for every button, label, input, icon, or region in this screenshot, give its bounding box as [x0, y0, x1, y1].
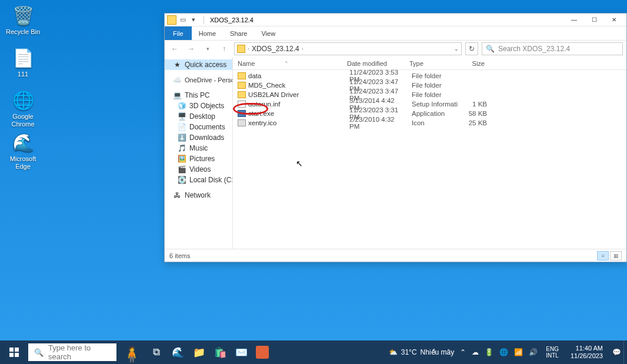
- file-row[interactable]: xentry.ico2/23/2010 4:32 PMIcon25 KB: [233, 118, 626, 128]
- nav-pane: ★Quick access ☁️OneDrive - Personal 💻Thi…: [165, 57, 233, 249]
- folder-icon: 💽: [178, 176, 186, 184]
- ribbon-file[interactable]: File: [165, 26, 192, 40]
- separator: [204, 16, 204, 24]
- file-row[interactable]: autorun.inf3/13/2014 4:42 PMSetup Inform…: [233, 99, 626, 109]
- maximize-button[interactable]: ☐: [584, 14, 604, 26]
- taskbar-app[interactable]: [252, 340, 273, 364]
- clock-time: 11:40 AM: [571, 345, 603, 352]
- sidebar-item-label: Pictures: [189, 155, 215, 163]
- ribbon-share[interactable]: Share: [223, 26, 254, 40]
- notifications-button[interactable]: 💬: [612, 348, 621, 356]
- forward-button[interactable]: →: [185, 42, 198, 55]
- ribbon-view[interactable]: View: [254, 26, 282, 40]
- sidebar-item-label: Network: [185, 191, 211, 199]
- language-indicator[interactable]: ENG INTL: [543, 346, 561, 359]
- sidebar-onedrive[interactable]: ☁️OneDrive - Personal: [165, 75, 232, 85]
- file-explorer-window: ▭ ▾ XDOS_23.12.4 — ☐ ✕ File Home Share V…: [164, 13, 627, 262]
- tray-network-icon[interactable]: 🌐: [499, 348, 508, 356]
- clock[interactable]: 11:40 AM 11/26/2023: [567, 345, 606, 360]
- sidebar-this-pc[interactable]: 💻This PC: [165, 90, 232, 101]
- sidebar-item[interactable]: 💽Local Disk (C:): [165, 175, 232, 185]
- sidebar-item[interactable]: 🖼️Pictures: [165, 153, 232, 164]
- taskbar-mail[interactable]: ✉️: [231, 340, 252, 364]
- taskbar-search[interactable]: 🔍 Type here to search: [28, 343, 116, 361]
- sidebar-item[interactable]: 🎬Videos: [165, 164, 232, 175]
- show-desktop-button[interactable]: [623, 340, 627, 364]
- taskbar-explorer[interactable]: 📁: [188, 340, 209, 364]
- back-button[interactable]: ←: [168, 42, 181, 55]
- titlebar[interactable]: ▭ ▾ XDOS_23.12.4 — ☐ ✕: [165, 14, 626, 26]
- file-type: Application: [407, 110, 458, 117]
- folder-icon: [238, 91, 246, 98]
- folder-icon: 🧊: [178, 102, 186, 110]
- search-input[interactable]: 🔍 Search XDOS_23.12.4: [482, 42, 623, 55]
- sidebar-quick-access[interactable]: ★Quick access: [165, 59, 232, 70]
- refresh-button[interactable]: ↻: [465, 42, 478, 55]
- file-row[interactable]: data11/24/2023 3:53 PMFile folder: [233, 71, 626, 81]
- col-size[interactable]: Size: [455, 60, 489, 67]
- file-size: 25 KB: [458, 119, 492, 126]
- column-headers: Name⌃ Date modified Type Size: [233, 57, 626, 70]
- sidebar-item-label: Desktop: [189, 112, 215, 121]
- file-name: MD5_Check: [248, 82, 345, 89]
- address-bar[interactable]: › XDOS_23.12.4 › ⌄: [234, 42, 462, 55]
- details-view-button[interactable]: ≡: [597, 251, 609, 261]
- search-placeholder: Search XDOS_23.12.4: [498, 45, 570, 53]
- qat-new-folder-icon[interactable]: ▾: [192, 16, 200, 24]
- taskbar: 🔍 Type here to search 🧍 ⧉ 🌊 📁 🛍️ ✉️ ⛅ 31…: [0, 340, 627, 364]
- sidebar-item[interactable]: 🎵Music: [165, 143, 232, 153]
- desktop-icon[interactable]: 🌐Google Chrome: [2, 88, 44, 128]
- sidebar-item[interactable]: 🖥️Desktop: [165, 111, 232, 122]
- address-dropdown[interactable]: ⌄: [454, 46, 459, 52]
- taskbar-store[interactable]: 🛍️: [209, 340, 231, 364]
- tray-wifi-icon[interactable]: 📶: [514, 348, 523, 356]
- close-button[interactable]: ✕: [604, 14, 624, 26]
- taskbar-edge[interactable]: 🌊: [167, 340, 188, 364]
- sidebar-item-label: This PC: [185, 91, 210, 99]
- file-row[interactable]: USB2LAN Driver11/24/2023 3:47 PMFile fol…: [233, 90, 626, 99]
- file-name: data: [248, 72, 345, 79]
- sidebar-item-label: Downloads: [189, 133, 224, 142]
- file-row[interactable]: MD5_Check11/24/2023 3:47 PMFile folder: [233, 81, 626, 90]
- ribbon-home[interactable]: Home: [192, 26, 223, 40]
- mouse-cursor: ↖: [296, 159, 303, 168]
- task-view-button[interactable]: ⧉: [146, 340, 167, 364]
- tray-battery-icon[interactable]: 🔋: [485, 348, 493, 356]
- tray-volume-icon[interactable]: 🔊: [529, 348, 538, 356]
- breadcrumb[interactable]: XDOS_23.12.4: [252, 45, 299, 53]
- folder-icon: [238, 72, 246, 79]
- sidebar-network[interactable]: 🖧Network: [165, 190, 232, 201]
- file-pane: Name⌃ Date modified Type Size ↖ data11/2…: [233, 57, 626, 249]
- icon-label: Recycle Bin: [2, 28, 44, 36]
- ico-icon: [238, 119, 246, 126]
- window-title: XDOS_23.12.4: [210, 16, 254, 24]
- sidebar-item[interactable]: ⬇️Downloads: [165, 132, 232, 143]
- app-icon: 🌊: [11, 131, 35, 154]
- col-name[interactable]: Name⌃: [233, 60, 342, 67]
- cortana-button[interactable]: 🧍: [118, 340, 146, 364]
- desktop-icon[interactable]: 🌊Microsoft Edge: [2, 131, 44, 171]
- file-list[interactable]: ↖ data11/24/2023 3:53 PMFile folderMD5_C…: [233, 70, 626, 249]
- sidebar-item[interactable]: 🧊3D Objects: [165, 101, 232, 111]
- tray-onedrive-icon[interactable]: ☁: [472, 348, 479, 356]
- desktop-icon[interactable]: 📄111: [2, 46, 44, 78]
- chevron-icon[interactable]: ›: [248, 46, 249, 52]
- folder-icon: [238, 82, 246, 89]
- col-date[interactable]: Date modified: [342, 60, 405, 67]
- svg-rect-3: [15, 353, 19, 357]
- desktop-icon[interactable]: 🗑️Recycle Bin: [2, 4, 44, 36]
- icons-view-button[interactable]: ▦: [610, 251, 622, 261]
- folder-icon: [237, 45, 245, 53]
- recent-dropdown[interactable]: ▾: [201, 42, 214, 55]
- weather-widget[interactable]: ⛅ 31°C Nhiều mây: [389, 348, 455, 356]
- minimize-button[interactable]: —: [564, 14, 584, 26]
- file-row[interactable]: start.exe11/23/2023 3:31 PMApplication58…: [233, 109, 626, 118]
- chevron-icon[interactable]: ›: [302, 46, 304, 52]
- qat-properties-icon[interactable]: ▭: [180, 16, 188, 24]
- file-name: xentry.ico: [248, 119, 345, 126]
- tray-overflow[interactable]: ⌃: [460, 348, 466, 356]
- start-button[interactable]: [0, 340, 28, 364]
- up-button[interactable]: ↑: [218, 42, 231, 55]
- sidebar-item[interactable]: 📄Documents: [165, 122, 232, 132]
- col-type[interactable]: Type: [405, 60, 455, 67]
